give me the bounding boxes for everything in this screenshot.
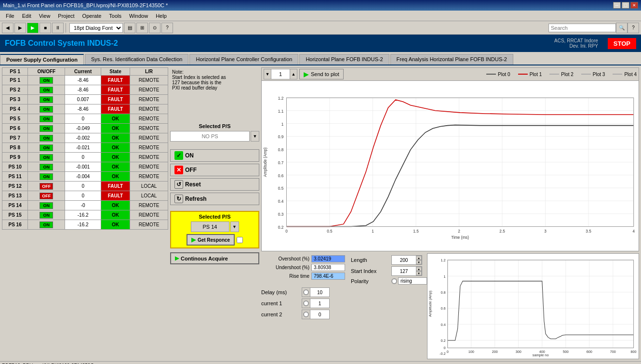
start-index-input[interactable]: [392, 267, 416, 275]
stop-button[interactable]: STOP: [608, 38, 636, 49]
ps-onoff[interactable]: ON: [28, 76, 65, 85]
menu-project[interactable]: Project: [54, 12, 78, 20]
ps-onoff[interactable]: OFF: [28, 191, 65, 201]
metrics-left-right: Overshoot (%) 3.02419 Undershoot (%) 3.8…: [261, 255, 425, 285]
tab-horiz-fofb[interactable]: Horizontal Plane FOFB INDUS-2: [299, 54, 389, 65]
refresh-button[interactable]: ↻ Refresh: [170, 193, 259, 205]
on-button[interactable]: ✓ ON: [170, 149, 259, 162]
selected-ps-input[interactable]: [170, 131, 250, 142]
start-index-up[interactable]: ▲: [416, 267, 422, 271]
bottom-plot-svg: 1.2 1 0.8 0.6 0.4 0.2 0 -0.2 0 100 200 3…: [427, 254, 639, 359]
toolbar-grid[interactable]: ⊞: [136, 23, 148, 33]
ps-onoff[interactable]: ON: [28, 153, 65, 162]
close-button[interactable]: ✕: [630, 2, 638, 9]
send-to-plot-button[interactable]: ▶ Send to plot: [299, 69, 344, 79]
ps-onoff[interactable]: ON: [28, 104, 65, 114]
bottom-area: Overshoot (%) 3.02419 Undershoot (%) 3.8…: [261, 253, 639, 359]
minimize-button[interactable]: ─: [613, 2, 621, 9]
ps-onoff[interactable]: ON: [28, 95, 65, 104]
undershoot-label: Undershoot (%): [261, 265, 309, 270]
ps-onoff[interactable]: ON: [28, 201, 65, 210]
current1-label: current 1: [261, 300, 300, 306]
reset-button[interactable]: ↺ Reset: [170, 178, 259, 191]
ps-state: OK: [101, 153, 130, 162]
legend-line-1: [518, 74, 528, 75]
ps-onoff[interactable]: ON: [28, 143, 65, 153]
length-up[interactable]: ▲: [416, 256, 422, 260]
ps-onoff[interactable]: ON: [28, 133, 65, 143]
plot-num-increment[interactable]: ▲: [290, 69, 297, 79]
menu-file[interactable]: File: [2, 12, 18, 20]
current1-row: current 1: [261, 299, 425, 308]
svg-text:0.7: 0.7: [278, 161, 284, 165]
toolbar-run[interactable]: ▶: [27, 23, 39, 33]
current1-input[interactable]: [310, 299, 329, 308]
ps-onoff[interactable]: ON: [28, 114, 65, 124]
svg-text:0.4: 0.4: [278, 199, 284, 204]
ps-onoff[interactable]: OFF: [28, 182, 65, 191]
toolbar-pause[interactable]: ⏸: [52, 23, 64, 33]
start-index-down[interactable]: ▼: [416, 271, 422, 275]
ps-onoff[interactable]: ON: [28, 124, 65, 133]
rise-time-label: Rise time: [261, 273, 309, 279]
menu-help[interactable]: Help: [152, 12, 171, 20]
acquire-button[interactable]: ▶ Continous Acquire: [170, 252, 259, 264]
menu-tools[interactable]: Tools: [105, 12, 125, 20]
get-response-button[interactable]: ▶ Get Responce: [187, 234, 235, 246]
plot-num-decrement[interactable]: ▼: [264, 69, 271, 79]
search-button[interactable]: 🔍: [616, 23, 628, 33]
table-row: PS 9 ON 0 OK REMOTE: [2, 153, 168, 162]
ps-lr: LOCAL: [130, 182, 168, 191]
toolbar-align[interactable]: ▤: [124, 23, 135, 33]
menu-view[interactable]: View: [35, 12, 54, 20]
tab-power-supply[interactable]: Power Supply Configuration: [0, 54, 84, 65]
maximize-button[interactable]: □: [622, 2, 629, 9]
rise-time-value: 798.4E-6: [311, 273, 345, 280]
selected-ps-bottom-input[interactable]: [191, 221, 229, 232]
delay-knob[interactable]: [303, 289, 309, 295]
ps-name: PS 2: [2, 85, 28, 95]
ps-current: -0.001: [65, 162, 101, 172]
ps-onoff[interactable]: ON: [28, 172, 65, 182]
search-input[interactable]: [548, 24, 616, 32]
plot-num-input[interactable]: [271, 69, 290, 79]
note-box: Note: Start Index is selected as 127 bec…: [170, 67, 259, 92]
menu-operate[interactable]: Operate: [79, 12, 106, 20]
menu-window[interactable]: Window: [125, 12, 152, 20]
ps-state: OK: [101, 162, 130, 172]
length-down[interactable]: ▼: [416, 260, 422, 264]
toolbar-help[interactable]: ?: [161, 23, 173, 33]
delay-input[interactable]: [310, 288, 329, 297]
help-button[interactable]: ?: [628, 23, 639, 33]
current2-row: current 2: [261, 310, 425, 319]
selected-ps-bottom-dropdown-btn[interactable]: ▼: [230, 221, 239, 232]
current2-knob[interactable]: [303, 312, 309, 317]
acquire-icon: ▶: [175, 255, 179, 261]
selected-ps-dropdown-btn[interactable]: ▼: [251, 131, 259, 142]
tab-freq[interactable]: Freq Analysis Horizontal Plane FOFB INDU…: [390, 54, 513, 65]
ps-onoff[interactable]: ON: [28, 162, 65, 172]
tab-horiz-plane[interactable]: Horizontal Plane Controller Configuratio…: [189, 54, 298, 65]
get-response-checkbox[interactable]: [237, 237, 243, 243]
ps-onoff[interactable]: ON: [28, 85, 65, 95]
start-index-ctrl: ▲ ▼: [391, 266, 422, 276]
ps-lr: REMOTE: [130, 124, 168, 133]
font-selector[interactable]: 18pt Dialog Font: [69, 23, 123, 33]
ps-lr: REMOTE: [130, 114, 168, 124]
ps-onoff[interactable]: ON: [28, 210, 65, 220]
legend-plot4: Plot 4: [613, 72, 637, 77]
current1-knob[interactable]: [303, 300, 309, 306]
toolbar-stop[interactable]: ■: [40, 23, 51, 33]
off-button[interactable]: ✕ OFF: [170, 164, 259, 176]
polarity-knob[interactable]: [391, 278, 397, 284]
toolbar-fwd[interactable]: ▶: [14, 23, 26, 33]
current2-input[interactable]: [310, 310, 329, 319]
menu-edit[interactable]: Edit: [18, 12, 35, 20]
overshoot-value: 3.02419: [311, 255, 345, 262]
toolbar-back[interactable]: ◀: [2, 23, 13, 33]
toolbar-zoom[interactable]: ⊙: [149, 23, 160, 33]
tab-sys-res[interactable]: Sys. Res. Identification Data Collection: [85, 54, 189, 65]
ps-onoff[interactable]: ON: [28, 220, 65, 230]
length-input[interactable]: [392, 256, 416, 264]
ps-name: PS 11: [2, 172, 28, 182]
